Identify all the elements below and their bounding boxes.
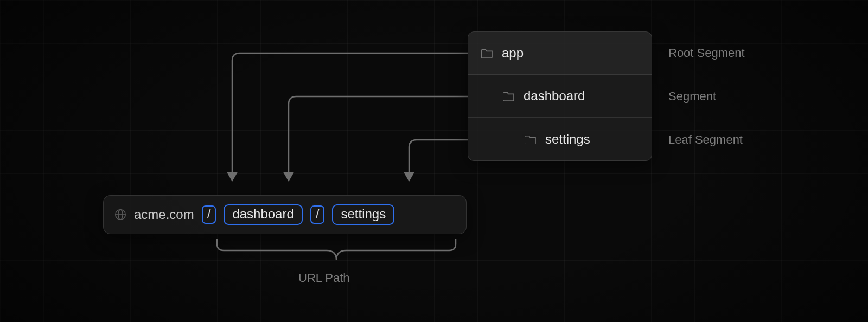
tree-item-label: dashboard [524, 88, 585, 104]
tree-item-label: settings [545, 132, 590, 147]
tree-row-settings: settings [468, 118, 652, 160]
file-tree: app dashboard settings [468, 31, 652, 161]
tree-annotation-leaf: Leaf Segment [668, 133, 743, 147]
url-separator: / [310, 205, 325, 224]
url-domain: acme.com [134, 207, 194, 222]
tree-annotation-segment: Segment [668, 89, 716, 104]
folder-icon [503, 91, 515, 101]
url-path-brace [217, 239, 456, 266]
tree-item-label: app [502, 46, 524, 61]
folder-icon [481, 48, 493, 58]
tree-annotation-root: Root Segment [668, 46, 745, 60]
tree-row-dashboard: dashboard [468, 75, 652, 118]
tree-row-app: app [468, 32, 652, 75]
url-path-caption: URL Path [298, 271, 350, 285]
url-segment-settings: settings [332, 204, 394, 225]
folder-icon [525, 134, 537, 144]
url-separator: / [202, 205, 216, 224]
url-segment-dashboard: dashboard [224, 204, 302, 225]
url-bar: acme.com / dashboard / settings [103, 195, 467, 234]
globe-icon [114, 209, 126, 221]
